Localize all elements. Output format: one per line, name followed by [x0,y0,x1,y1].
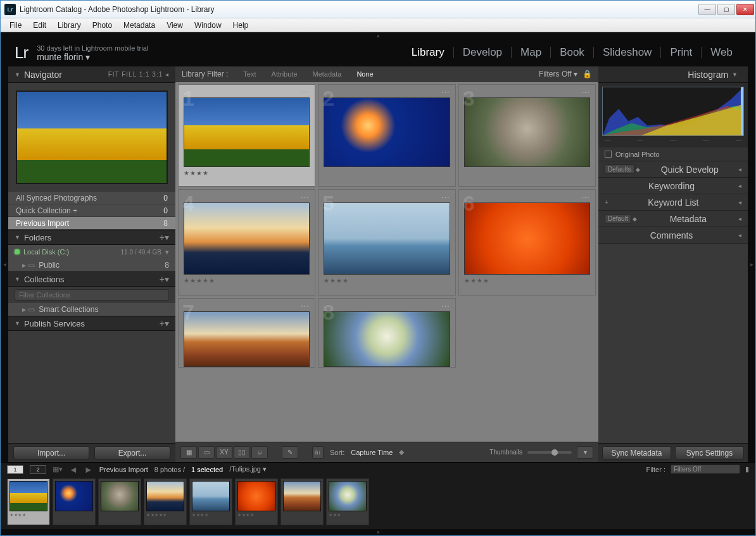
checkbox-icon[interactable] [605,151,612,158]
filter-attribute[interactable]: Attribute [272,70,298,78]
grid-cell-5[interactable]: 5⋯★★★★ [318,189,455,296]
mod-book[interactable]: Book [551,46,593,59]
folder-public[interactable]: ▸ ▭Public8 [8,259,175,271]
grid-cell-3[interactable]: 3⋯ [458,84,596,187]
nav-forward[interactable]: ► [84,464,93,475]
titlebar[interactable]: Lr Lightroom Catalog - Adobe Photoshop L… [1,1,755,18]
filter-none[interactable]: None [356,70,373,78]
monitor-2[interactable]: 2 [30,465,46,474]
navigator-preview[interactable] [8,83,175,192]
menu-window[interactable]: Window [189,20,227,31]
thumb-jellyfish [324,97,450,167]
keyword-list-panel[interactable]: +Keyword List◂ [598,194,748,211]
fs-cell-5[interactable]: ★★★★ [189,478,232,525]
menu-help[interactable]: Help [228,20,254,31]
people-view-button[interactable]: ☺ [251,446,268,459]
painter-tool[interactable]: ✎ [282,446,298,459]
grid-cell-1[interactable]: 1⋯★★★★ [178,84,315,187]
sync-metadata-button[interactable]: Sync Metadata [602,446,671,459]
grid-view[interactable]: 1⋯★★★★ 2⋯ 3⋯ 4⋯★★★★★ 5⋯★★★★ 6⋯★★★★ 7⋯ 8⋯ [175,82,598,442]
fs-cell-3[interactable] [98,478,141,525]
survey-view-button[interactable]: ▯▯ [234,446,250,459]
grid-cell-6[interactable]: 6⋯★★★★ [458,189,596,296]
fs-cell-8[interactable]: ★★★ [326,478,369,525]
grid-cell-2[interactable]: 2⋯ [318,84,455,187]
folders-header[interactable]: ▼Folders+▾ [8,230,175,245]
filmstrip[interactable]: ★★★★ ★★★★★ ★★★★ ★★★★ ★★★ [1,476,755,529]
filter-switch-icon[interactable]: ▮ [745,465,749,473]
toolbar-menu[interactable]: ▾ [577,446,593,459]
grid-cell-7[interactable]: 7⋯ [178,298,315,368]
compare-view-button[interactable]: XY [216,446,232,459]
thumbnail-size-slider[interactable] [527,451,572,454]
comments-panel[interactable]: Comments◂ [598,227,748,244]
import-button[interactable]: Import... [13,446,89,459]
bottom-panel-toggle[interactable]: ▾ [1,529,755,535]
export-button[interactable]: Export... [94,446,170,459]
grid-cell-8[interactable]: 8⋯ [318,298,455,368]
maximize-button[interactable]: ▢ [717,4,735,15]
sort-menu-icon[interactable]: ◆ [399,448,404,456]
add-publish-icon[interactable]: +▾ [160,318,169,328]
fs-cell-7[interactable] [280,478,324,525]
original-photo-row[interactable]: Original Photo [598,147,748,161]
filter-text[interactable]: Text [243,70,256,78]
grid-view-button[interactable]: ▦ [180,446,197,459]
histogram-header[interactable]: Histogram ▼ [598,66,748,83]
menu-edit[interactable]: Edit [28,20,51,31]
mod-slideshow[interactable]: Slideshow [594,46,661,59]
cat-synced[interactable]: All Synced Photographs0 [8,192,175,204]
mod-web[interactable]: Web [702,46,741,59]
mod-develop[interactable]: Develop [454,46,511,59]
fs-cell-1[interactable]: ★★★★ [7,478,50,525]
grid-cell-4[interactable]: 4⋯★★★★★ [178,189,315,296]
metadata-panel[interactable]: Default◆Metadata◂ [598,211,748,227]
minimize-button[interactable]: — [698,4,716,15]
mod-library[interactable]: Library [403,46,453,59]
current-file[interactable]: /Tulips.jpg ▾ [229,465,267,473]
quick-develop-panel[interactable]: Defaults◆Quick Develop◂ [598,161,748,178]
fs-cell-2[interactable] [53,478,96,525]
navigator-zoom[interactable]: FIT FILL 1:1 3:1 ◂ [108,71,169,78]
top-panel-toggle[interactable]: ▴ [1,32,755,39]
lock-icon[interactable]: 🔒 [583,70,592,78]
user-name[interactable]: munte florin ▾ [37,53,148,61]
disk-status-icon [15,249,20,254]
menu-metadata[interactable]: Metadata [118,20,160,31]
fs-cell-4[interactable]: ★★★★★ [144,478,187,525]
breadcrumb[interactable]: Previous Import [99,466,148,473]
sort-value[interactable]: Capture Time [351,449,393,456]
collections-header[interactable]: ▼Collections+▾ [8,271,175,287]
monitor-1[interactable]: 1 [7,465,23,474]
menu-file[interactable]: File [4,20,27,31]
loupe-view-button[interactable]: ▭ [198,446,215,459]
filter-collections-input[interactable] [15,289,169,301]
disk-row[interactable]: Local Disk (C:)11.0 / 49.4 GB▾ [8,245,175,259]
menu-photo[interactable]: Photo [87,20,117,31]
filter-metadata[interactable]: Metadata [313,70,342,78]
right-panel-toggle[interactable]: ▸ [748,66,755,462]
left-panel-toggle[interactable]: ◂ [1,66,8,462]
chevron-down-icon: ▼ [732,72,738,78]
grid-icon[interactable]: ▦▾ [53,465,63,473]
filter-state[interactable]: Filters Off ▾ [539,70,577,78]
mod-map[interactable]: Map [512,46,550,59]
histogram-plot[interactable] [602,87,744,136]
menu-view[interactable]: View [161,20,188,31]
sync-settings-button[interactable]: Sync Settings [675,446,744,459]
filter-dropdown[interactable]: Filters Off [671,464,740,474]
sort-asc-icon[interactable]: a↓ [312,446,324,459]
add-folder-icon[interactable]: +▾ [160,232,169,242]
keywording-panel[interactable]: Keywording◂ [598,178,748,194]
cat-previous-import[interactable]: Previous Import8 [8,217,175,230]
close-button[interactable]: ✕ [736,4,754,15]
fs-cell-6[interactable]: ★★★★ [235,478,278,525]
publish-header[interactable]: ▼Publish Services+▾ [8,316,175,331]
nav-back[interactable]: ◄ [69,464,78,475]
navigator-header[interactable]: ▼ Navigator FIT FILL 1:1 3:1 ◂ [8,66,175,83]
menu-library[interactable]: Library [53,20,86,31]
add-collection-icon[interactable]: +▾ [160,274,169,284]
mod-print[interactable]: Print [661,46,701,59]
smart-collections[interactable]: ▸ ▭Smart Collections [8,303,175,316]
cat-quick[interactable]: Quick Collection +0 [8,204,175,217]
